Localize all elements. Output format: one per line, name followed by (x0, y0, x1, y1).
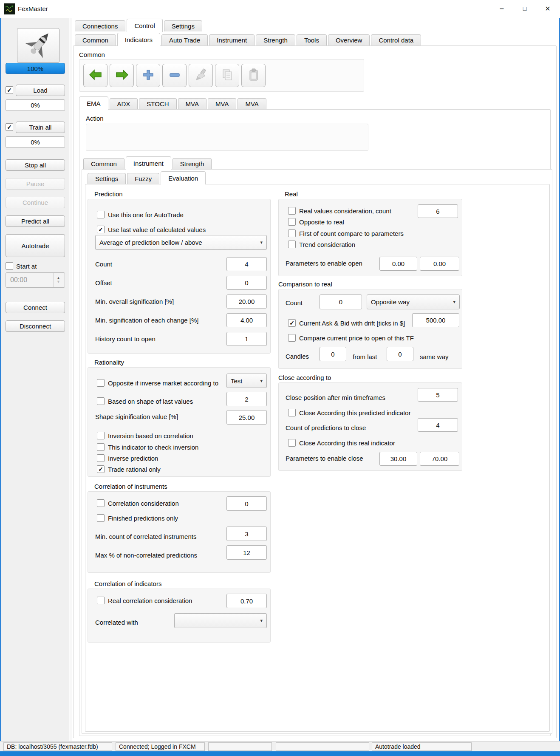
tab-eval-settings[interactable]: Settings (88, 173, 126, 184)
disconnect-button[interactable]: Disconnect (6, 320, 65, 332)
candles-field[interactable]: 0 (320, 347, 346, 361)
opposite-inverse-checkbox[interactable] (97, 379, 105, 387)
close-predicted-checkbox[interactable] (288, 409, 296, 416)
tab-instrument[interactable]: Instrument (209, 34, 255, 45)
next-button[interactable] (110, 64, 134, 87)
shape-field[interactable]: 2 (226, 392, 267, 406)
spin-down-icon[interactable]: ▼ (57, 280, 60, 284)
params-open-field-1[interactable]: 0.00 (379, 257, 417, 271)
real-corr-field[interactable]: 0.70 (226, 594, 267, 608)
params-close-field-1[interactable]: 30.00 (379, 452, 417, 466)
status-segment-empty-1 (208, 742, 272, 751)
tab-control[interactable]: Control (127, 19, 162, 32)
minimize-icon[interactable]: – (490, 0, 513, 17)
tab-tools[interactable]: Tools (297, 34, 327, 45)
count-close-field[interactable]: 4 (418, 418, 458, 432)
opposite-inverse-combo[interactable]: Test ▾ (226, 374, 267, 388)
load-button[interactable]: Load (16, 85, 65, 96)
clean-button[interactable] (189, 64, 213, 87)
load-checkbox[interactable]: ✓ (6, 86, 13, 94)
indicator-tabbar: EMA ADX STOCH MVA MVA MVA (79, 97, 266, 110)
use-last-value-checkbox[interactable]: ✓ (97, 226, 105, 233)
pause-button[interactable]: Pause (6, 178, 65, 190)
corr-consideration-field[interactable]: 0 (226, 496, 267, 511)
tab-settings[interactable]: Settings (164, 20, 202, 31)
rocket-button[interactable] (17, 28, 59, 63)
real-consideration-checkbox[interactable] (288, 207, 296, 215)
tab-eval-fuzzy[interactable]: Fuzzy (127, 173, 159, 184)
tab-connections[interactable]: Connections (75, 20, 125, 31)
askbid-checkbox[interactable]: ✓ (288, 319, 296, 327)
add-button[interactable] (136, 64, 160, 87)
copy-button[interactable] (215, 64, 239, 87)
min-corr-count-field[interactable]: 3 (226, 527, 267, 541)
stop-all-button[interactable]: Stop all (6, 159, 65, 171)
use-autotrade-checkbox[interactable] (97, 211, 105, 218)
min-overall-field[interactable]: 20.00 (226, 294, 267, 309)
maximize-icon[interactable]: □ (513, 0, 536, 17)
autotrade-button[interactable]: Autotrade (6, 234, 65, 257)
correlated-with-combo[interactable]: ▾ (174, 613, 267, 628)
opposite-to-real-label: Opposite to real (299, 218, 344, 226)
tab-auto-trade[interactable]: Auto Trade (161, 34, 208, 45)
compare-price-checkbox[interactable] (288, 334, 296, 342)
tab-adx[interactable]: ADX (110, 98, 138, 109)
offset-field[interactable]: 0 (226, 276, 267, 290)
train-all-button[interactable]: Train all (16, 122, 65, 133)
tab-ema-common[interactable]: Common (83, 158, 124, 169)
tab-mva-2[interactable]: MVA (208, 98, 236, 109)
remove-button[interactable] (162, 64, 187, 87)
tab-ema-instrument[interactable]: Instrument (126, 156, 171, 170)
comparison-way-combo[interactable]: Opposite way ▾ (367, 294, 460, 309)
tab-eval-evaluation[interactable]: Evaluation (161, 171, 206, 184)
start-time-spinner[interactable]: 00:00 ▲ ▼ (6, 272, 65, 288)
connect-button[interactable]: Connect (6, 302, 65, 313)
from-last-field[interactable]: 0 (387, 347, 413, 361)
inverse-prediction-checkbox[interactable] (97, 454, 105, 462)
params-close-field-2[interactable]: 70.00 (420, 452, 459, 466)
close-real-checkbox[interactable] (288, 439, 296, 447)
tab-stoch[interactable]: STOCH (139, 98, 176, 109)
shape-checkbox[interactable] (97, 397, 105, 405)
tab-overview[interactable]: Overview (328, 34, 370, 45)
sidebar-splitter[interactable] (70, 18, 72, 741)
paste-button[interactable] (241, 64, 266, 87)
min-each-field[interactable]: 4.00 (226, 313, 267, 327)
tab-ema-strength[interactable]: Strength (173, 158, 212, 169)
count-field[interactable]: 4 (226, 257, 267, 271)
prev-button[interactable] (83, 64, 107, 87)
spinner-buttons[interactable]: ▲ ▼ (54, 273, 60, 287)
tab-ema[interactable]: EMA (79, 96, 108, 110)
params-open-field-2[interactable]: 0.00 (420, 257, 459, 271)
first-of-count-checkbox[interactable] (288, 229, 296, 237)
close-icon[interactable]: ✕ (536, 0, 559, 17)
tab-mva-1[interactable]: MVA (178, 98, 206, 109)
predict-all-button[interactable]: Predict all (6, 215, 65, 227)
comparison-count-field[interactable]: 0 (320, 294, 362, 309)
continue-button[interactable]: Continue (6, 197, 65, 208)
tab-mva-3[interactable]: MVA (238, 98, 266, 109)
tab-common[interactable]: Common (75, 34, 116, 45)
inversion-corr-checkbox[interactable] (97, 432, 105, 439)
opposite-to-real-checkbox[interactable] (288, 218, 296, 226)
tab-indicators[interactable]: Indicators (117, 33, 160, 46)
finished-predictions-checkbox[interactable] (97, 514, 105, 522)
tab-strength[interactable]: Strength (256, 34, 295, 45)
close-after-field[interactable]: 5 (418, 388, 458, 402)
real-corr-checkbox[interactable] (97, 597, 105, 604)
start-at-checkbox[interactable] (6, 262, 13, 270)
trade-rational-checkbox[interactable]: ✓ (97, 465, 105, 473)
shape-sig-field[interactable]: 25.00 (226, 410, 267, 425)
max-noncorr-field[interactable]: 12 (226, 545, 267, 560)
average-combo[interactable]: Average of prediction bellow / above ▾ (95, 235, 267, 250)
train-checkbox[interactable]: ✓ (6, 123, 13, 131)
trend-consideration-checkbox[interactable] (288, 241, 296, 248)
askbid-field[interactable]: 500.00 (412, 313, 459, 327)
history-count-field[interactable]: 1 (226, 332, 267, 346)
corr-consideration-label: Correlation consideration (108, 500, 179, 507)
check-inversion-checkbox[interactable] (97, 443, 105, 451)
tab-control-data[interactable]: Control data (371, 34, 421, 45)
real-corr-label: Real correlation consideration (108, 597, 192, 604)
corr-consideration-checkbox[interactable] (97, 499, 105, 507)
real-consideration-field[interactable]: 6 (418, 204, 458, 218)
